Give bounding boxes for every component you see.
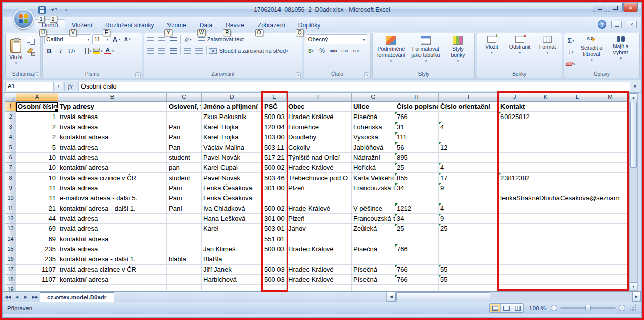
cell-F8[interactable]: Třebechovice pod O [287,173,352,183]
cell-C10[interactable]: Paní [167,193,202,203]
cell-A11[interactable]: 21 [16,203,58,214]
cell-H4[interactable]: 111 [395,132,439,142]
cell-E9[interactable]: 301 00 [263,183,287,193]
cell-C12[interactable] [167,214,202,224]
insert-function-button[interactable]: fx [64,82,76,91]
row-header-8[interactable]: 8 [5,173,16,183]
cell-J11[interactable] [499,203,530,214]
column-header-C[interactable]: C [167,93,202,102]
cell-B4[interactable]: kontaktní adresa [58,132,167,142]
cell-D17[interactable]: Jiří Janek [202,265,263,275]
cell-L2[interactable] [561,112,594,122]
cell-G17[interactable]: Písečná [352,265,395,275]
cell-A4[interactable]: 2 [16,132,58,142]
column-header-A[interactable]: A [16,93,58,102]
bold-button[interactable]: B [44,46,54,56]
cell-C2[interactable] [167,112,202,122]
cell-E6[interactable]: 517 21 [263,153,287,163]
cell-M5[interactable] [594,142,627,153]
cell-I19[interactable] [439,285,499,291]
percent-format-button[interactable]: % [317,46,327,56]
cell-D11[interactable]: Iva Chládková [202,203,263,214]
cell-D18[interactable]: Harbichová [202,275,263,285]
fill-button[interactable]: ↓▾ [566,47,576,57]
cell-D10[interactable]: Lenka Česáková [202,193,263,203]
cell-C14[interactable] [167,234,202,244]
cell-J3[interactable] [499,122,530,132]
zoom-handle[interactable] [586,305,591,311]
cell-F15[interactable]: Hradec Králové [287,244,352,254]
workbook-minimize-button[interactable] [611,21,622,28]
cell-F6[interactable]: Týniště nad Orlicí [287,153,352,163]
cell-J13[interactable] [499,224,530,234]
cell-F16[interactable] [287,254,352,265]
cell-B12[interactable]: trvalá adresa [58,214,167,224]
cell-L5[interactable] [561,142,594,153]
row-header-13[interactable]: 13 [5,224,16,234]
cell-F18[interactable]: Hradec Králové [287,275,352,285]
cell-B5[interactable]: trvalá adresa [58,142,167,153]
cell-M7[interactable] [594,163,627,173]
cell-K16[interactable] [530,254,561,265]
cell-J17[interactable] [499,265,530,275]
cell-D19[interactable] [202,285,263,291]
borders-button[interactable]: ▾ [81,46,92,56]
cell-B10[interactable]: e-mailová adresa - další 5. [58,193,167,203]
close-button[interactable]: × [623,3,638,12]
restore-button[interactable] [608,3,623,12]
cell-H11[interactable]: 1212 [395,203,439,214]
row-header-10[interactable]: 10 [5,193,16,203]
cell-F1[interactable]: Obec [287,102,352,112]
cell-M17[interactable] [594,265,627,275]
cell-M8[interactable] [594,173,627,183]
tab-vzorce[interactable]: VzorceY [160,20,192,32]
cell-D1[interactable]: Jméno a příjmení [202,102,263,112]
cell-F7[interactable]: Hradec Králové [287,163,352,173]
cell-G18[interactable]: Písečná [352,275,395,285]
format-as-table-button[interactable]: Formátovat jako tabulku ▾ [409,34,442,70]
cell-J4[interactable] [499,132,530,142]
cell-A12[interactable]: 44 [16,214,58,224]
cell-E15[interactable]: 500 03 [263,244,287,254]
cell-C19[interactable] [167,285,202,291]
formula-bar-expand-button[interactable]: ▼ [631,82,639,91]
cell-G10[interactable] [352,193,395,203]
cell-B19[interactable] [58,285,167,291]
cell-D3[interactable]: Karel Tfojka [202,122,263,132]
column-header-D[interactable]: D [202,93,263,102]
cell-E3[interactable]: 120 04 [263,122,287,132]
cell-J12[interactable] [499,214,530,224]
row-header-1[interactable]: 1 [5,102,16,112]
cell-K11[interactable] [530,203,561,214]
row-header-14[interactable]: 14 [5,234,16,244]
cell-H13[interactable]: 25 [395,224,439,234]
conditional-formatting-button[interactable]: Podmíněné formátování ▾ [374,34,408,70]
find-select-button[interactable]: Najít a vybrat ▾ [607,34,634,70]
cell-M16[interactable] [594,254,627,265]
cell-J18[interactable] [499,275,530,285]
cell-M19[interactable] [594,285,627,291]
cell-H5[interactable]: 56 [395,142,439,153]
cell-H18[interactable]: 766 [395,275,439,285]
cell-I6[interactable] [439,153,499,163]
increase-decimal-button[interactable]: ‹.00 [340,46,350,56]
cell-F17[interactable]: Hradec Králové [287,265,352,275]
align-right-button[interactable] [168,46,178,56]
cell-K15[interactable] [530,244,561,254]
zoom-in-button[interactable]: + [619,305,625,311]
cell-B17[interactable]: trvalá adresa cizince v ČR [58,265,167,275]
dialog-launcher-icon[interactable]: ↘ [135,72,141,77]
cell-C9[interactable]: Paní [167,183,202,193]
cell-B13[interactable]: trvalá adresa [58,224,167,234]
cell-D7[interactable]: Karel Cupal [202,163,263,173]
cell-B18[interactable]: kontaktní adresa [58,275,167,285]
cell-L13[interactable] [561,224,594,234]
cell-L9[interactable] [561,183,594,193]
cell-K2[interactable] [530,112,561,122]
cell-D16[interactable]: BlaBla [202,254,263,265]
tab-zobrazeni[interactable]: ZobrazeníO [251,20,292,32]
cell-F3[interactable]: Litoměřice [287,122,352,132]
scroll-left-button[interactable]: ◀ [387,292,396,302]
cell-L12[interactable] [561,214,594,224]
italic-button[interactable]: I [55,46,66,56]
